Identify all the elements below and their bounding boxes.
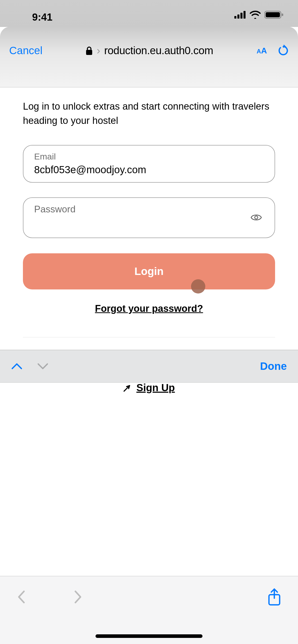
text-size-button[interactable]: AA bbox=[257, 46, 267, 55]
email-label: Email bbox=[34, 152, 264, 162]
lock-icon bbox=[86, 46, 92, 55]
signup-icon bbox=[123, 384, 132, 392]
url-text: roduction.eu.auth0.com bbox=[104, 45, 213, 57]
reload-icon[interactable] bbox=[278, 45, 289, 57]
status-bar: 9:41 bbox=[0, 0, 298, 27]
address-bar[interactable]: › roduction.eu.auth0.com bbox=[86, 45, 213, 57]
svg-point-8 bbox=[255, 216, 258, 219]
cellular-icon bbox=[234, 11, 246, 19]
svg-rect-3 bbox=[243, 11, 246, 19]
password-field[interactable]: Password bbox=[23, 197, 275, 238]
forward-button[interactable] bbox=[74, 590, 83, 604]
email-value: 8cbf053e@moodjoy.com bbox=[34, 164, 264, 175]
divider bbox=[23, 337, 275, 338]
login-button-label: Login bbox=[134, 265, 164, 277]
url-truncation-indicator: › bbox=[97, 45, 100, 57]
home-indicator bbox=[96, 634, 202, 638]
share-button[interactable] bbox=[267, 588, 281, 606]
svg-rect-0 bbox=[234, 16, 236, 19]
login-button[interactable]: Login bbox=[23, 253, 275, 289]
browser-toolbar bbox=[0, 576, 298, 644]
back-button[interactable] bbox=[17, 590, 25, 604]
status-time: 9:41 bbox=[32, 11, 52, 23]
svg-rect-2 bbox=[240, 13, 242, 19]
email-field[interactable]: Email 8cbf053e@moodjoy.com bbox=[23, 145, 275, 183]
keyboard-accessory: Done bbox=[0, 350, 298, 383]
page-content: Log in to unlock extras and start connec… bbox=[0, 87, 298, 338]
signup-link[interactable]: Sign Up bbox=[0, 382, 298, 393]
eye-icon[interactable] bbox=[251, 214, 262, 221]
intro-text: Log in to unlock extras and start connec… bbox=[23, 99, 275, 128]
forgot-password-link[interactable]: Forgot your password? bbox=[23, 303, 275, 314]
browser-chrome: Cancel › roduction.eu.auth0.com AA bbox=[0, 27, 298, 87]
battery-icon bbox=[264, 10, 284, 19]
cancel-button[interactable]: Cancel bbox=[9, 45, 43, 57]
touch-indicator bbox=[191, 279, 205, 294]
svg-rect-6 bbox=[282, 13, 283, 16]
svg-rect-1 bbox=[237, 14, 239, 19]
wifi-icon bbox=[250, 11, 261, 19]
svg-rect-5 bbox=[266, 12, 280, 17]
next-field-button[interactable] bbox=[37, 362, 48, 370]
prev-field-button[interactable] bbox=[11, 362, 22, 370]
svg-rect-7 bbox=[86, 50, 92, 55]
keyboard-done-button[interactable]: Done bbox=[260, 360, 287, 372]
password-label: Password bbox=[34, 204, 264, 215]
